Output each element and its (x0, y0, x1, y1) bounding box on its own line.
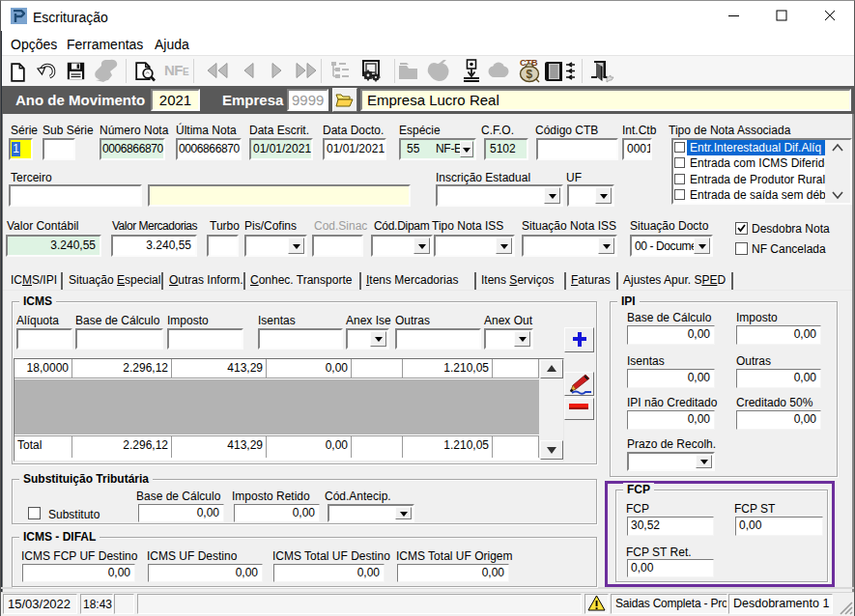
svg-text:$: $ (527, 68, 533, 81)
